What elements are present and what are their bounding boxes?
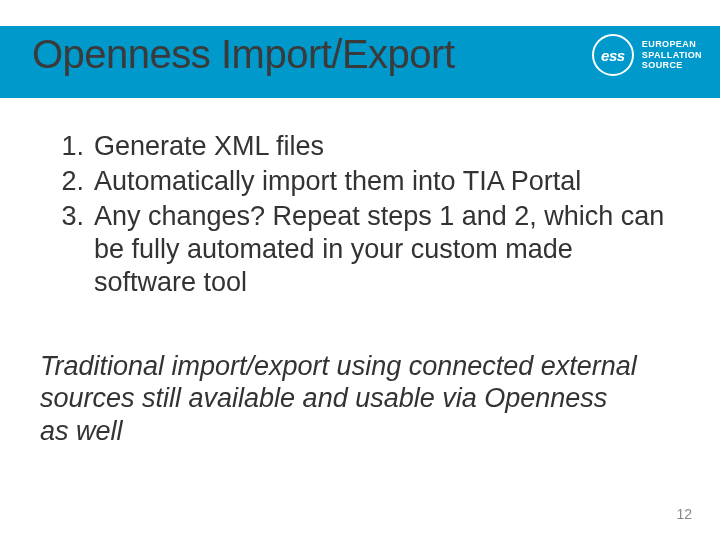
logo-circle-icon: ess: [592, 34, 634, 76]
steps-list: Generate XML files Automatically import …: [40, 130, 670, 299]
logo-line: EUROPEAN: [642, 39, 702, 50]
page-title: Openness Import/Export: [32, 32, 455, 77]
page-number: 12: [676, 506, 692, 522]
logo-full-name: EUROPEAN SPALLATION SOURCE: [642, 39, 702, 71]
body-content: Generate XML files Automatically import …: [40, 130, 670, 301]
list-item: Any changes? Repeat steps 1 and 2, which…: [40, 200, 670, 299]
note-text: Traditional import/export using connecte…: [40, 350, 640, 447]
list-item: Generate XML files: [40, 130, 670, 163]
slide: Openness Import/Export ess EUROPEAN SPAL…: [0, 0, 720, 540]
logo-abbr: ess: [601, 47, 625, 64]
logo-line: SPALLATION: [642, 50, 702, 61]
list-item: Automatically import them into TIA Porta…: [40, 165, 670, 198]
logo: ess EUROPEAN SPALLATION SOURCE: [592, 34, 702, 76]
logo-line: SOURCE: [642, 60, 702, 71]
